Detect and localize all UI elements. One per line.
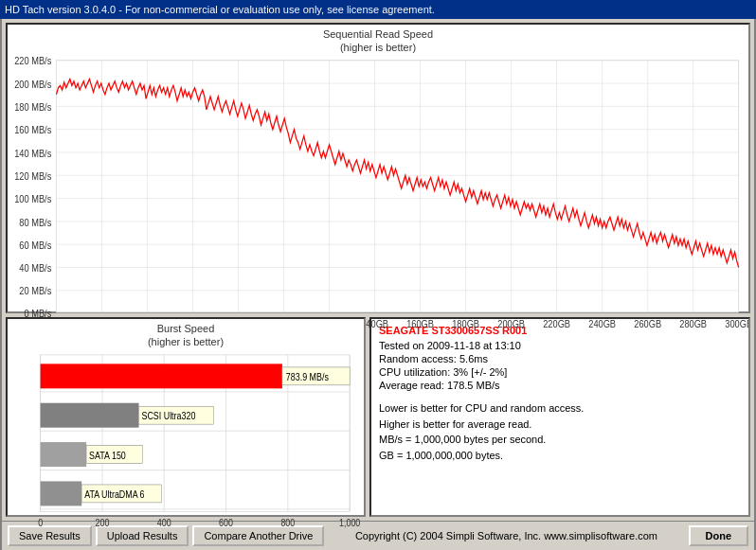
svg-text:220 MB/s: 220 MB/s bbox=[14, 55, 51, 66]
burst-chart-svg: 783.9 MB/s SCSI Ultra320 SATA 150 ATA Ul… bbox=[8, 349, 364, 545]
svg-text:600: 600 bbox=[219, 517, 233, 528]
burst-chart-container: Burst Speed (higher is better) bbox=[6, 317, 366, 517]
svg-text:60 MB/s: 60 MB/s bbox=[19, 240, 51, 251]
sequential-chart-title: Sequential Read Speed (higher is better) bbox=[8, 25, 748, 55]
svg-text:80 MB/s: 80 MB/s bbox=[19, 217, 51, 228]
svg-text:180 MB/s: 180 MB/s bbox=[14, 101, 51, 113]
svg-text:260GB: 260GB bbox=[634, 318, 661, 329]
random-access: Random access: 5.6ms bbox=[379, 353, 741, 364]
svg-text:800: 800 bbox=[280, 517, 295, 528]
title-bar: HD Tach version 3.0.4.0 - For non-commer… bbox=[0, 0, 756, 19]
cpu-utilization: CPU utilization: 3% [+/- 2%] bbox=[379, 366, 741, 378]
svg-text:200 MB/s: 200 MB/s bbox=[14, 79, 51, 90]
svg-text:220GB: 220GB bbox=[543, 318, 570, 329]
done-button[interactable]: Done bbox=[689, 525, 749, 546]
svg-text:200GB: 200GB bbox=[497, 318, 525, 329]
sequential-chart-container: Sequential Read Speed (higher is better) bbox=[6, 23, 750, 313]
bottom-section: Burst Speed (higher is better) bbox=[6, 317, 750, 517]
info-notes: Lower is better for CPU and random acces… bbox=[379, 400, 741, 463]
svg-text:20 MB/s: 20 MB/s bbox=[19, 285, 51, 296]
svg-text:ATA UltraDMA 6: ATA UltraDMA 6 bbox=[84, 488, 145, 500]
note-1: Lower is better for CPU and random acces… bbox=[379, 400, 741, 417]
note-4: GB = 1,000,000,000 bytes. bbox=[379, 448, 741, 464]
title-text: HD Tach version 3.0.4.0 - For non-commer… bbox=[5, 4, 435, 15]
svg-text:160GB: 160GB bbox=[406, 318, 434, 329]
svg-text:180GB: 180GB bbox=[452, 318, 479, 329]
svg-text:SATA 150: SATA 150 bbox=[89, 450, 126, 461]
svg-text:280GB: 280GB bbox=[679, 318, 707, 329]
burst-chart-title: Burst Speed (higher is better) bbox=[8, 319, 364, 349]
svg-rect-73 bbox=[41, 442, 86, 467]
info-panel: SEAGATE ST3300657SS R001 Tested on 2009-… bbox=[369, 317, 750, 517]
main-container: Sequential Read Speed (higher is better) bbox=[0, 19, 756, 550]
svg-text:1,000: 1,000 bbox=[339, 517, 361, 528]
svg-text:100 MB/s: 100 MB/s bbox=[14, 193, 51, 204]
svg-text:120 MB/s: 120 MB/s bbox=[14, 170, 51, 182]
svg-text:240GB: 240GB bbox=[588, 318, 616, 329]
footer-copyright: Copyright (C) 2004 Simpli Software, Inc.… bbox=[328, 530, 684, 541]
svg-rect-76 bbox=[41, 481, 82, 506]
svg-rect-0 bbox=[56, 60, 738, 311]
sequential-chart-svg: 220 MB/s 200 MB/s 180 MB/s 160 MB/s 140 … bbox=[8, 55, 748, 342]
note-3: MB/s = 1,000,000 bytes per second. bbox=[379, 432, 741, 448]
svg-text:783.9 MB/s: 783.9 MB/s bbox=[286, 371, 329, 382]
svg-text:0: 0 bbox=[38, 517, 43, 528]
svg-text:400: 400 bbox=[157, 517, 171, 528]
svg-text:160 MB/s: 160 MB/s bbox=[14, 124, 51, 135]
svg-rect-67 bbox=[41, 364, 282, 388]
svg-text:140 MB/s: 140 MB/s bbox=[14, 148, 51, 159]
svg-text:200: 200 bbox=[96, 517, 110, 528]
avg-read: Average read: 178.5 MB/s bbox=[379, 380, 741, 391]
svg-text:300GB: 300GB bbox=[725, 318, 748, 329]
svg-text:40 MB/s: 40 MB/s bbox=[19, 262, 51, 274]
note-2: Higher is better for average read. bbox=[379, 417, 741, 433]
svg-rect-70 bbox=[41, 402, 139, 427]
svg-text:SCSI Ultra320: SCSI Ultra320 bbox=[141, 410, 195, 421]
